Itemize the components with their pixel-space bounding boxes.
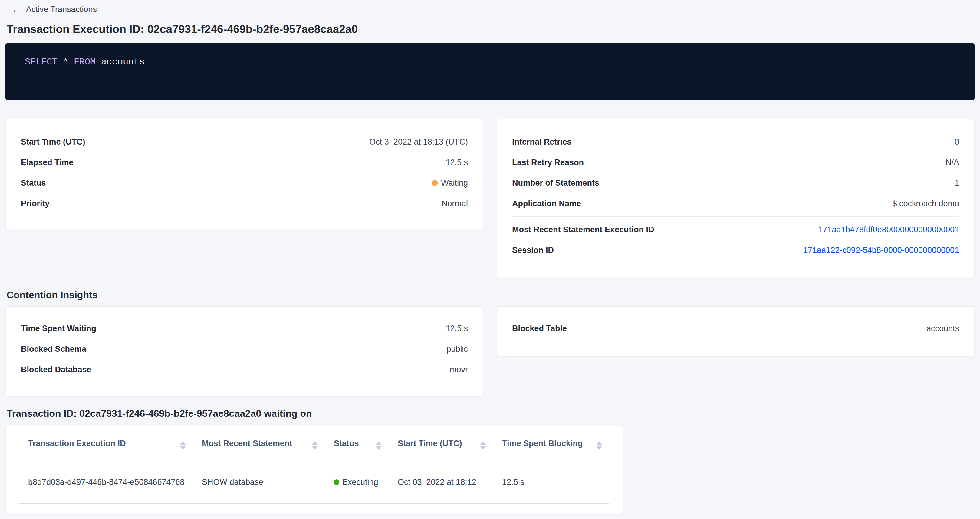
sql-keyword-select: SELECT xyxy=(25,57,57,67)
start-time-row: Start Time (UTC) Oct 3, 2022 at 18:13 (U… xyxy=(21,132,468,152)
waiting-status-dot-icon xyxy=(432,180,438,186)
start-time-value: Oct 3, 2022 at 18:13 (UTC) xyxy=(369,137,468,147)
application-name-label: Application Name xyxy=(512,199,581,208)
waiting-on-table-card: Transaction Execution ID Most Recent Sta… xyxy=(5,426,623,514)
internal-retries-label: Internal Retries xyxy=(512,137,572,147)
overview-summary-card: Start Time (UTC) Oct 3, 2022 at 18:13 (U… xyxy=(5,119,483,230)
most-recent-statement-execution-id-row: Most Recent Statement Execution ID 171aa… xyxy=(512,219,959,240)
blocked-table-value: accounts xyxy=(926,324,959,333)
session-id-link[interactable]: 171aa122-c092-54b8-0000-000000000001 xyxy=(803,246,959,255)
table-header-row: Transaction Execution ID Most Recent Sta… xyxy=(19,426,609,461)
sql-table-name: accounts xyxy=(101,57,145,67)
cell-start-time: Oct 03, 2022 at 18:12 xyxy=(388,461,493,503)
cell-most-recent-statement: SHOW database xyxy=(193,461,325,503)
waiting-on-table: Transaction Execution ID Most Recent Sta… xyxy=(19,426,609,504)
application-name-value: $ cockroach demo xyxy=(892,199,959,208)
waiting-on-heading: Transaction ID: 02ca7931-f246-469b-b2fe-… xyxy=(7,407,975,419)
transaction-details-page: ← Active Transactions Transaction Execut… xyxy=(0,0,980,514)
number-of-statements-row: Number of Statements 1 xyxy=(512,173,959,193)
sql-star: * xyxy=(63,57,68,67)
contention-blocked-table-card: Blocked Table accounts xyxy=(497,306,975,356)
back-to-active-transactions-link[interactable]: ← Active Transactions xyxy=(5,0,975,14)
blocked-table-row: Blocked Table accounts xyxy=(512,318,959,339)
blocked-database-value: movr xyxy=(450,365,468,375)
blocked-schema-value: public xyxy=(446,344,468,354)
session-id-row: Session ID 171aa122-c092-54b8-0000-00000… xyxy=(512,240,959,260)
contention-cards-row: Time Spent Waiting 12.5 s Blocked Schema… xyxy=(5,306,975,397)
column-header-transaction-execution-id[interactable]: Transaction Execution ID xyxy=(19,426,193,461)
number-of-statements-label: Number of Statements xyxy=(512,178,599,188)
contention-waiting-card: Time Spent Waiting 12.5 s Blocked Schema… xyxy=(5,306,483,397)
sql-statement-text: SELECT * FROM accounts xyxy=(25,57,975,67)
card-divider xyxy=(512,216,959,217)
most-recent-statement-execution-id-link[interactable]: 171aa1b478fdf0e80000000000000001 xyxy=(818,225,959,234)
column-header-time-spent-blocking[interactable]: Time Spent Blocking xyxy=(493,426,609,461)
sql-statement-box: SELECT * FROM accounts xyxy=(5,43,975,100)
sort-icon[interactable] xyxy=(312,441,318,450)
overview-details-card: Internal Retries 0 Last Retry Reason N/A… xyxy=(497,119,975,278)
sort-icon[interactable] xyxy=(480,441,486,450)
time-spent-waiting-label: Time Spent Waiting xyxy=(21,324,96,333)
status-badge: Waiting xyxy=(432,178,468,188)
number-of-statements-value: 1 xyxy=(955,178,959,188)
status-row: Status Waiting xyxy=(21,173,468,193)
last-retry-reason-row: Last Retry Reason N/A xyxy=(512,152,959,173)
time-spent-waiting-row: Time Spent Waiting 12.5 s xyxy=(21,318,468,339)
breadcrumb-label: Active Transactions xyxy=(26,5,97,14)
sort-icon[interactable] xyxy=(597,441,602,450)
elapsed-time-row: Elapsed Time 12.5 s xyxy=(21,152,468,173)
blocked-database-row: Blocked Database movr xyxy=(21,359,468,380)
status-label: Status xyxy=(21,178,46,188)
last-retry-reason-value: N/A xyxy=(945,158,959,167)
arrow-left-icon: ← xyxy=(11,5,21,14)
most-recent-statement-execution-id-label: Most Recent Statement Execution ID xyxy=(512,225,654,234)
application-name-row: Application Name $ cockroach demo xyxy=(512,193,959,214)
cell-transaction-execution-id: b8d7d03a-d497-446b-8474-e50846674768 xyxy=(19,461,193,503)
table-row: b8d7d03a-d497-446b-8474-e50846674768 SHO… xyxy=(19,461,609,503)
time-spent-waiting-value: 12.5 s xyxy=(445,324,468,333)
column-header-start-time[interactable]: Start Time (UTC) xyxy=(388,426,493,461)
last-retry-reason-label: Last Retry Reason xyxy=(512,158,584,167)
internal-retries-value: 0 xyxy=(955,137,959,147)
sql-keyword-from: FROM xyxy=(74,57,95,67)
cell-time-spent-blocking: 12.5 s xyxy=(493,461,609,503)
elapsed-time-label: Elapsed Time xyxy=(21,158,73,167)
blocked-database-label: Blocked Database xyxy=(21,365,91,375)
executing-status-dot-icon xyxy=(334,479,339,485)
priority-row: Priority Normal xyxy=(21,193,468,214)
internal-retries-row: Internal Retries 0 xyxy=(512,132,959,152)
start-time-label: Start Time (UTC) xyxy=(21,137,85,147)
elapsed-time-value: 12.5 s xyxy=(445,158,468,167)
session-id-label: Session ID xyxy=(512,246,554,255)
column-header-most-recent-statement[interactable]: Most Recent Statement xyxy=(193,426,325,461)
contention-insights-heading: Contention Insights xyxy=(7,289,975,301)
priority-label: Priority xyxy=(21,199,49,208)
priority-value: Normal xyxy=(442,199,468,208)
overview-cards-row: Start Time (UTC) Oct 3, 2022 at 18:13 (U… xyxy=(5,119,975,278)
column-header-status[interactable]: Status xyxy=(325,426,388,461)
blocked-schema-label: Blocked Schema xyxy=(21,344,86,354)
blocked-table-label: Blocked Table xyxy=(512,324,567,333)
sort-icon[interactable] xyxy=(180,441,186,450)
page-title: Transaction Execution ID: 02ca7931-f246-… xyxy=(7,22,975,36)
status-value: Waiting xyxy=(441,178,468,188)
blocked-schema-row: Blocked Schema public xyxy=(21,339,468,359)
cell-status: Executing xyxy=(325,461,388,503)
sort-icon[interactable] xyxy=(376,441,381,450)
